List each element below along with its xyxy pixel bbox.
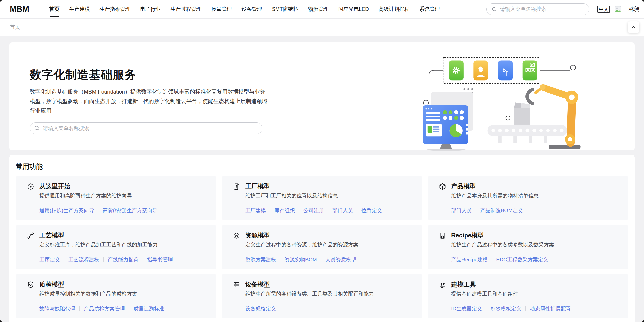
card-link[interactable]: 质量追溯标准 [133,305,164,312]
card-link[interactable]: 产品Recipe建模 [451,256,488,263]
nav-item-production-modeling[interactable]: 生产建模 [69,0,90,18]
card-link[interactable]: 高阶(精细)生产方案向导 [103,207,157,214]
link-separator [143,257,143,262]
header-divider [625,6,625,12]
card-link[interactable]: 人员资质模型 [325,256,356,263]
card-link[interactable]: 资源实物BOM [285,256,317,263]
hero-title: 数字化制造基础服务 [30,67,635,82]
nav-item-electronics-industry[interactable]: 电子行业 [140,0,161,18]
nav-item-logistics-mgmt[interactable]: 物流管理 [308,0,329,18]
nav-item-production-order-mgmt[interactable]: 生产指令管理 [100,0,131,18]
breadcrumb-bar: 首页 [0,19,644,36]
nav-item-advanced-planning[interactable]: 高级计划排程 [379,0,410,18]
hero-card: 数字化制造基础服务 数字化制造基础服务（MBM Foundation）提供数字化… [9,42,635,150]
card-link[interactable]: 设备规格定义 [245,305,276,312]
card-link[interactable]: 库存组织 [274,207,295,214]
card-links: 部门人员产品制造BOM定义 [451,207,618,214]
main-nav: 首页生产建模生产指令管理电子行业生产过程管理质量管理设备管理SMT防错料物流管理… [49,0,440,18]
card-divider [245,252,412,252]
nav-item-equipment-mgmt[interactable]: 设备管理 [242,0,262,18]
nav-item-smt-error-proofing[interactable]: SMT防错料 [272,0,298,18]
avatar[interactable] [613,4,623,14]
card-links: 产品Recipe建模EDC工程数采方案定义 [451,256,618,263]
card-link[interactable]: 动态属性扩展配置 [530,305,571,312]
function-card: 从这里开始 提供通用和高阶两种生产方案的维护向导 通用(精炼)生产方案向导高阶(… [16,176,216,220]
card-link[interactable]: 资源方案建模 [245,256,276,263]
card-description: 维护生产所需的各种设备类、工具类及其相关配置和能力 [245,290,412,297]
header-search[interactable] [486,3,589,15]
nav-item-home[interactable]: 首页 [49,0,60,18]
breadcrumb[interactable]: 首页 [10,24,20,31]
search-icon [491,6,497,12]
card-links: ID生成器定义标签模板定义动态属性扩展配置 [451,305,618,312]
nav-item-system-mgmt[interactable]: 系统管理 [419,0,440,18]
link-separator [525,306,526,311]
card-links: 设备规格定义 [245,305,412,312]
nav-item-production-process-mgmt[interactable]: 生产过程管理 [171,0,202,18]
nav-item-guoxing-led[interactable]: 国星光电LED [338,0,369,18]
card-link[interactable]: 标签模板定义 [491,305,521,312]
app-logo[interactable]: MBM [10,5,29,14]
card-divider [451,301,618,301]
function-card: 质检模型 维护质量控制相关的数据和产品的质检方案 故障与缺陷代码产品质检方案管理… [16,274,216,318]
function-card: 建模工具 提供基础建模工具和基础组件 ID生成器定义标签模板定义动态属性扩展配置 [428,274,628,318]
card-title: 质检模型 [39,281,206,288]
card-title: 产品模型 [451,182,618,190]
card-link[interactable]: 产品质检方案管理 [84,305,125,312]
header-right: 中文 林昶 [486,3,640,15]
card-link[interactable]: 部门人员 [332,207,353,214]
card-link[interactable]: 工厂建模 [245,207,266,214]
hero-search[interactable] [30,122,262,134]
link-separator [280,257,280,262]
username[interactable]: 林昶 [629,6,640,13]
recipe-icon [439,232,446,240]
hero-left: 数字化制造基础服务 数字化制造基础服务（MBM Foundation）提供数字化… [30,67,635,134]
card-divider [245,301,412,301]
link-separator [328,208,328,213]
target-icon [27,183,34,190]
function-card: 工艺模型 定义标准工序，维护产品加工工艺和产线的加工能力 工序定义工艺流程建模产… [16,225,216,269]
card-link[interactable]: 通用(精炼)生产方案向导 [39,207,94,214]
card-link[interactable]: ID生成器定义 [451,305,482,312]
link-separator [492,257,492,262]
card-link[interactable]: 工序定义 [39,256,60,263]
tools-icon [439,281,446,289]
link-separator [270,208,270,213]
link-separator [79,306,80,311]
language-toggle[interactable]: 中文 [597,6,610,13]
layers-icon [233,232,240,240]
link-separator [476,208,476,213]
card-link[interactable]: 产品制造BOM定义 [480,207,523,214]
card-description: 定义标准工序，维护产品加工工艺和产线的加工能力 [39,241,206,248]
card-title: 资源模型 [245,232,412,239]
card-link[interactable]: EDC工程数采方案定义 [496,256,548,263]
card-link[interactable]: 故障与缺陷代码 [39,305,75,312]
nav-item-quality-mgmt[interactable]: 质量管理 [211,0,232,18]
card-divider [451,252,618,252]
card-link[interactable]: 公司注册 [303,207,324,214]
card-title: Recipe模型 [451,232,618,239]
link-separator [98,208,98,213]
card-links: 工序定义工艺流程建模产线能力配置指导书管理 [39,256,206,263]
card-description: 提供基础建模工具和基础组件 [451,290,618,297]
header-search-input[interactable] [500,6,584,12]
hero-search-input[interactable] [42,125,258,132]
card-link[interactable]: 部门人员 [451,207,472,214]
card-link[interactable]: 产线能力配置 [108,256,139,263]
collapse-button[interactable] [628,21,639,33]
card-link[interactable]: 指导书管理 [147,256,173,263]
link-separator [321,257,321,262]
search-icon [34,125,40,131]
link-separator [103,257,104,262]
app-window: MBM 首页生产建模生产指令管理电子行业生产过程管理质量管理设备管理SMT防错料… [0,0,644,322]
function-card: 设备模型 维护生产所需的各种设备类、工具类及其相关配置和能力 设备规格定义 [222,274,422,318]
card-link[interactable]: 位置定义 [361,207,382,214]
card-links: 通用(精炼)生产方案向导高阶(精细)生产方案向导 [39,207,206,214]
main-content: 数字化制造基础服务 数字化制造基础服务（MBM Foundation）提供数字化… [0,36,644,322]
card-links: 工厂建模库存组织公司注册部门人员位置定义 [245,207,412,214]
link-separator [299,208,299,213]
card-description: 提供通用和高阶两种生产方案的维护向导 [39,192,206,199]
card-divider [39,203,206,203]
card-link[interactable]: 工艺流程建模 [68,256,99,263]
card-links: 故障与缺陷代码产品质检方案管理质量追溯标准 [39,305,206,312]
